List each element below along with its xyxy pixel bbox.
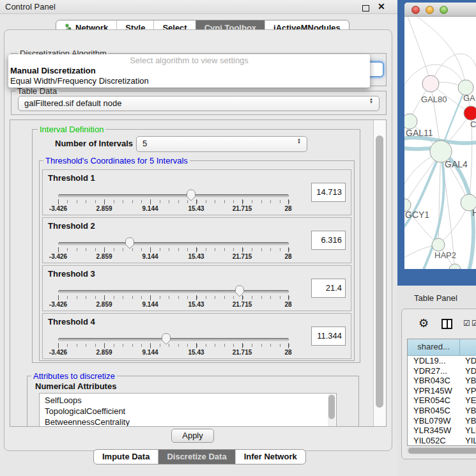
- float-window-icon[interactable]: [362, 5, 369, 12]
- network-canvas[interactable]: GAL80 GA C GAL11 GAL4 GCY1 H HAP2: [404, 17, 476, 269]
- table-data-combobox[interactable]: galFiltered.sif default node ▲▼: [18, 96, 380, 111]
- table-header-row: shared... na: [408, 339, 476, 356]
- slider-thumb[interactable]: [186, 189, 196, 201]
- table-row[interactable]: YDR27...YDR2: [408, 366, 476, 376]
- table-row[interactable]: YBR043CYBR0: [408, 376, 476, 386]
- threshold-label: Threshold 3: [48, 269, 95, 279]
- threshold-slider[interactable]: -3.4262.8599.14415.4321.71528: [58, 338, 289, 358]
- slider-tick-labels: -3.4262.8599.14415.4321.71528: [58, 301, 289, 309]
- vertical-scrollbar-thumb[interactable]: [376, 135, 383, 408]
- node-hap2[interactable]: [432, 238, 445, 251]
- attribute-list-item[interactable]: BetweennessCentrality: [45, 417, 336, 427]
- settings-gear-icon[interactable]: ⚙: [418, 316, 429, 330]
- vertical-scrollbar[interactable]: [373, 120, 386, 426]
- table-row[interactable]: YBL079WYBL0: [408, 416, 476, 426]
- node-table: shared... na YDL19...YDL1YDR27...YDR2YBR…: [407, 339, 476, 446]
- table-row[interactable]: YPR145WYPR1: [408, 386, 476, 396]
- list-scrollbar[interactable]: [328, 394, 335, 427]
- slider-thumb[interactable]: [234, 285, 245, 297]
- threshold-slider[interactable]: -3.4262.8599.14415.4321.71528: [58, 242, 289, 263]
- slider-track[interactable]: [58, 290, 289, 293]
- threshold-slider[interactable]: -3.4262.8599.14415.4321.71528: [58, 194, 289, 215]
- tab-impute-data[interactable]: Impute Data: [94, 450, 158, 464]
- node-label-gal4: GAL4: [445, 159, 468, 169]
- cell-name[interactable]: YBR0: [460, 406, 476, 416]
- cell-shared-name[interactable]: YIL052C: [408, 436, 460, 446]
- cell-shared-name[interactable]: YDR27...: [408, 366, 460, 376]
- close-icon[interactable]: ✕: [378, 1, 385, 12]
- slider-track[interactable]: [58, 242, 289, 245]
- cell-name[interactable]: YDR2: [460, 366, 476, 376]
- slider-major-ticks: [58, 247, 289, 252]
- horizontal-scrollbar[interactable]: [407, 447, 476, 454]
- tab-discretize-data[interactable]: Discretize Data: [158, 450, 234, 464]
- apply-button[interactable]: Apply: [171, 429, 214, 443]
- attribute-list-item[interactable]: SelfLoops: [45, 395, 336, 406]
- cell-shared-name[interactable]: YBR043C: [408, 376, 460, 386]
- slider-tick-labels: -3.4262.8599.14415.4321.71528: [58, 205, 289, 213]
- threshold-value-field[interactable]: 21.4: [311, 279, 346, 298]
- threshold-value-field[interactable]: 11.344: [311, 326, 346, 346]
- zoom-window-button[interactable]: [440, 6, 448, 14]
- cell-shared-name[interactable]: YPR145W: [408, 386, 460, 396]
- cell-name[interactable]: YPR1: [460, 386, 476, 396]
- table-row[interactable]: YIL052CYIL0: [408, 436, 476, 446]
- slider-track[interactable]: [58, 338, 289, 341]
- node-gal11[interactable]: [404, 114, 417, 129]
- slider-tick-label: 2.859: [96, 301, 112, 308]
- table-data-title: Table Data: [15, 86, 59, 96]
- cell-shared-name[interactable]: YLR345W: [408, 426, 460, 436]
- dropdown-option-equal-width-frequency[interactable]: Equal Width/Frequency Discretization: [8, 76, 370, 86]
- slider-tick-label: -3.426: [49, 349, 67, 356]
- minimize-window-button[interactable]: [426, 6, 434, 14]
- checkbox-icon[interactable]: ☑: [472, 319, 476, 328]
- threshold-label: Threshold 2: [48, 221, 95, 231]
- slider-thumb[interactable]: [125, 237, 135, 249]
- threshold-panel: Threshold 1 -3.4262.8599.14415.4321.7152…: [42, 169, 351, 215]
- cell-name[interactable]: YDL1: [460, 356, 476, 366]
- slider-tick-label: 15.43: [188, 205, 204, 212]
- threshold-value-field[interactable]: 14.713: [311, 183, 346, 202]
- cell-name[interactable]: YLR3: [460, 426, 476, 436]
- dropdown-placeholder-item[interactable]: Select algorithm to view settings: [8, 54, 370, 66]
- table-row[interactable]: YDL19...YDL1: [408, 356, 476, 366]
- slider-thumb[interactable]: [161, 333, 171, 345]
- numerical-attributes-label: Numerical Attributes: [35, 381, 116, 391]
- slider-tick-label: 28: [284, 253, 291, 260]
- table-row[interactable]: YBR045CYBR0: [408, 406, 476, 416]
- cell-name[interactable]: YBR0: [460, 376, 476, 386]
- screen: Control Panel ✕ Network Style Sel: [0, 0, 476, 476]
- network-window-titlebar[interactable]: [404, 3, 476, 17]
- slider-track[interactable]: [58, 194, 289, 197]
- column-header-shared-name[interactable]: shared...: [408, 339, 460, 355]
- cell-shared-name[interactable]: YDL19...: [408, 356, 460, 366]
- network-window[interactable]: GAL80 GA C GAL11 GAL4 GCY1 H HAP2: [404, 3, 476, 269]
- node-gal80[interactable]: [422, 75, 439, 92]
- cell-shared-name[interactable]: YBL079W: [408, 416, 460, 426]
- slider-major-ticks: [58, 199, 289, 204]
- cell-shared-name[interactable]: YER054C: [408, 395, 460, 406]
- slider-tick-labels: -3.4262.8599.14415.4321.71528: [58, 253, 289, 261]
- horizontal-scrollbar-thumb[interactable]: [408, 448, 476, 454]
- stepper-icon: ▲▼: [368, 98, 374, 104]
- list-scrollbar-thumb[interactable]: [328, 395, 335, 419]
- cell-shared-name[interactable]: YBR045C: [408, 406, 460, 416]
- dropdown-option-manual-discretization[interactable]: Manual Discretization: [8, 66, 370, 76]
- tab-infer-network[interactable]: Infer Network: [235, 450, 305, 464]
- attribute-list-item[interactable]: TopologicalCoefficient: [45, 406, 336, 417]
- slider-tick-label: 9.144: [142, 349, 158, 356]
- number-of-intervals-combobox[interactable]: 5 ▲▼: [136, 136, 307, 152]
- checkbox-icon[interactable]: ☑: [463, 319, 470, 328]
- node-red-selected[interactable]: [464, 106, 476, 120]
- column-header-name[interactable]: na: [460, 339, 476, 355]
- table-row[interactable]: YLR345WYLR3: [408, 426, 476, 436]
- threshold-slider[interactable]: -3.4262.8599.14415.4321.71528: [58, 290, 289, 311]
- table-row[interactable]: YER054CYER0: [408, 395, 476, 406]
- close-window-button[interactable]: [411, 6, 420, 14]
- cell-name[interactable]: YBL0: [460, 416, 476, 426]
- column-view-icon[interactable]: [441, 319, 452, 329]
- node-partial-bottom[interactable]: [449, 264, 461, 269]
- cell-name[interactable]: YER0: [460, 395, 476, 406]
- threshold-value-field[interactable]: 6.316: [311, 231, 346, 250]
- cell-name[interactable]: YIL0: [460, 436, 476, 446]
